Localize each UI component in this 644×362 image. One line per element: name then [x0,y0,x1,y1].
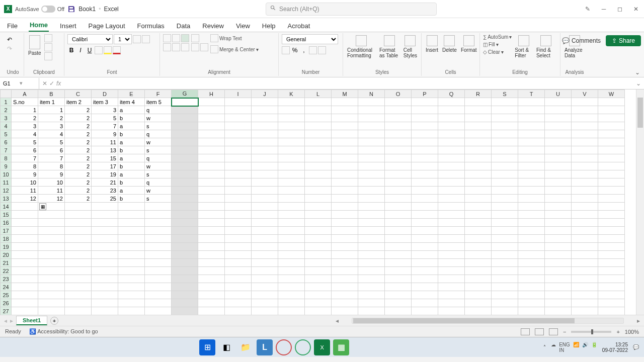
cell[interactable] [225,259,252,267]
cell[interactable] [172,162,198,170]
cell[interactable] [305,283,332,291]
cell[interactable] [598,170,625,178]
cell[interactable] [598,243,625,251]
cell[interactable] [278,114,305,122]
tab-file[interactable]: File [6,20,19,32]
cell[interactable] [358,251,385,259]
cell[interactable] [92,299,118,307]
bold-button[interactable]: B [67,47,75,54]
cell[interactable] [358,130,385,138]
cell[interactable]: 2 [65,162,92,170]
cell[interactable] [118,259,145,267]
cell[interactable] [278,227,305,235]
cell[interactable] [92,291,118,299]
cell[interactable] [518,98,545,106]
cell[interactable] [518,243,545,251]
cell[interactable] [572,98,598,106]
cell[interactable] [465,243,492,251]
row-header[interactable]: 27 [1,307,12,315]
cell[interactable] [545,138,572,146]
cell[interactable] [492,243,518,251]
cell[interactable]: 5 [92,114,118,122]
cell[interactable] [545,259,572,267]
cell[interactable] [385,267,412,275]
tab-page-layout[interactable]: Page Layout [88,20,126,32]
cell[interactable]: 7 [92,122,118,130]
cell[interactable] [385,227,412,235]
vertical-scrollbar[interactable] [636,89,644,315]
conditional-formatting-button[interactable]: Conditional Formatting [346,34,376,59]
cell[interactable] [572,275,598,283]
column-header[interactable]: N [358,90,385,98]
cell[interactable] [358,122,385,130]
cell[interactable] [225,146,252,154]
cell[interactable]: 3 [12,122,38,130]
cell[interactable] [38,235,65,243]
cell[interactable] [465,187,492,195]
cell[interactable] [305,203,332,211]
cell[interactable] [598,275,625,283]
cell[interactable] [492,267,518,275]
cell[interactable] [465,146,492,154]
tab-home[interactable]: Home [29,19,49,32]
cell[interactable] [38,307,65,315]
font-size-select[interactable]: 11 [114,34,132,44]
cell[interactable] [332,187,358,195]
cell[interactable] [92,251,118,259]
cell[interactable] [465,154,492,162]
cell[interactable] [198,203,225,211]
cell[interactable] [225,122,252,130]
cell[interactable] [545,307,572,315]
align-center-icon[interactable] [172,43,180,51]
column-header[interactable]: F [145,90,172,98]
cell[interactable] [198,243,225,251]
cell[interactable]: 6 [38,146,65,154]
cell[interactable] [492,130,518,138]
cell[interactable] [225,243,252,251]
start-button[interactable]: ⊞ [199,339,215,355]
column-header[interactable]: E [118,90,145,98]
cell-styles-button[interactable]: Cell Styles [403,34,418,59]
cell[interactable] [252,299,278,307]
cell[interactable] [145,283,172,291]
cell[interactable] [65,259,92,267]
cell[interactable] [412,251,438,259]
cell[interactable] [545,291,572,299]
row-header[interactable]: 3 [1,114,12,122]
row-header[interactable]: 17 [1,227,12,235]
cell[interactable]: 9 [92,130,118,138]
cell[interactable] [198,195,225,203]
cell[interactable] [305,146,332,154]
orientation-icon[interactable] [191,34,199,42]
cell[interactable] [38,299,65,307]
cell[interactable] [438,106,465,114]
cell[interactable] [172,170,198,178]
enter-formula-icon[interactable]: ✓ [49,80,54,87]
cell[interactable] [305,307,332,315]
tab-formulas[interactable]: Formulas [136,20,166,32]
cell[interactable] [92,243,118,251]
cell[interactable] [545,211,572,219]
cell[interactable] [518,138,545,146]
cell[interactable] [172,187,198,195]
cell[interactable] [252,219,278,227]
cell[interactable] [172,283,198,291]
cell[interactable] [438,138,465,146]
cell[interactable] [385,146,412,154]
cell[interactable] [12,267,38,275]
cell[interactable] [65,307,92,315]
cell[interactable] [12,259,38,267]
cell[interactable] [518,154,545,162]
cell[interactable] [332,275,358,283]
cell[interactable] [412,211,438,219]
row-header[interactable]: 26 [1,299,12,307]
cell[interactable] [65,275,92,283]
cell[interactable] [412,162,438,170]
cell[interactable] [412,259,438,267]
normal-view-button[interactable] [521,328,530,335]
cell[interactable] [172,211,198,219]
cell[interactable] [518,170,545,178]
cell[interactable] [572,146,598,154]
cell[interactable] [118,211,145,219]
cell[interactable] [225,203,252,211]
